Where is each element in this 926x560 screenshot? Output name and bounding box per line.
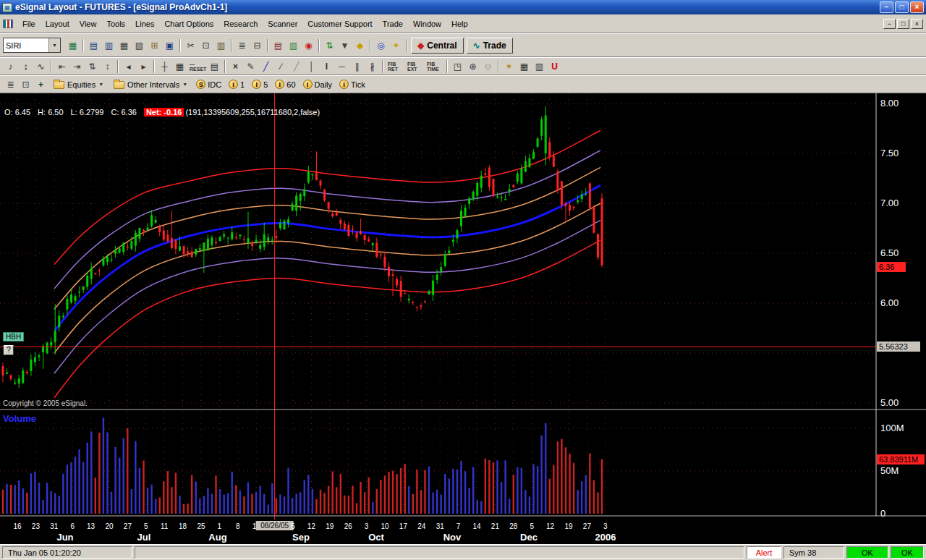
interval-5-button[interactable]: I5 [252, 80, 268, 89]
notes-button[interactable]: ▥ [532, 59, 547, 74]
new-chart-button[interactable]: ▤ [86, 38, 101, 53]
vertical-line-tool-icon: │ [309, 62, 315, 71]
menu-item-research[interactable]: Research [218, 17, 263, 31]
pencil-tool-button[interactable]: ✎ [243, 59, 258, 74]
status-sym-count: Sym 38 [783, 546, 844, 559]
print-page-button[interactable]: ≣ [3, 77, 18, 92]
menu-item-window[interactable]: Window [408, 17, 446, 31]
svg-text:27: 27 [124, 522, 132, 530]
copy-button[interactable]: ⊡ [198, 38, 213, 53]
parallel-line-tool-button[interactable]: ∥ [349, 59, 365, 74]
source-idc-button[interactable]: SIDC [196, 80, 221, 89]
add-page-button[interactable]: + [33, 77, 48, 92]
menu-item-tools[interactable]: Tools [101, 17, 130, 31]
app-icon: ▦ [2, 3, 12, 12]
equities-dropdown[interactable]: Equities▼ [54, 80, 103, 89]
grid-toggle-button[interactable]: ▦ [172, 59, 187, 74]
new-quote-button[interactable]: ▥ [101, 38, 116, 53]
freehand-tool-button[interactable]: ∿ [33, 59, 48, 74]
alert-list-button[interactable]: ◉ [301, 38, 316, 53]
extended-line-tool-button[interactable]: ∕ [273, 59, 289, 74]
zoom-in-button[interactable]: ⊕ [465, 59, 480, 74]
tile-pages-button[interactable]: ▦ [517, 59, 532, 74]
audible-alert-button[interactable]: ♪ [3, 59, 18, 74]
copy-page-button[interactable]: ⊡ [18, 77, 33, 92]
bar-spacing-inc-button[interactable]: ⇥ [69, 59, 85, 74]
print-preview-button[interactable]: ⊟ [250, 38, 265, 53]
symbol-search-button[interactable]: ◎ [373, 38, 388, 53]
ray-line-tool-button[interactable]: ╱ [289, 59, 304, 74]
delete-draw-button[interactable]: × [228, 59, 243, 74]
menu-item-layout[interactable]: Layout [41, 17, 75, 31]
regression-line-tool-button[interactable]: ∦ [365, 59, 380, 74]
symbol-input[interactable] [4, 38, 48, 52]
status-bar: Thu Jan 05 01:20:20 Alert Sym 38 OK OK [0, 544, 926, 560]
u-button[interactable]: U [547, 59, 562, 74]
apply-symbol-button[interactable]: ▦ [65, 38, 80, 53]
cut-button[interactable]: ✂ [183, 38, 198, 53]
save-layout-button[interactable]: ▣ [162, 38, 177, 53]
bar-spacing-dec-button[interactable]: ⇤ [54, 59, 69, 74]
mdi-restore-button[interactable]: □ [897, 19, 909, 29]
trade-button[interactable]: ∿Trade [467, 38, 513, 54]
price-chart-canvas[interactable]: 8.007.507.006.506.005.00100M50M016233161… [0, 93, 926, 544]
news-button[interactable]: ▥ [286, 38, 301, 53]
status-alert-button[interactable]: Alert [747, 546, 781, 559]
vertical-line-tool-button[interactable]: │ [304, 59, 319, 74]
interval-daily-button[interactable]: IDaily [303, 80, 332, 89]
svg-text:26: 26 [344, 522, 353, 530]
help-button[interactable]: ? [4, 345, 14, 355]
fib-extension-button[interactable]: FIBEXT [405, 59, 425, 74]
link-windows-button[interactable]: ◳ [450, 59, 465, 74]
open-layout-button[interactable]: ⊞ [147, 38, 162, 53]
compress-bars-button[interactable]: ⇅ [85, 59, 100, 74]
chart-region[interactable]: 8.007.507.006.506.005.00100M50M016233161… [0, 93, 926, 544]
page-back-button[interactable]: ◂ [121, 59, 136, 74]
notify-bell-button[interactable]: ◆ [352, 38, 368, 53]
fib-retracement-button[interactable]: FIBRET [386, 59, 405, 74]
interval-tick-button[interactable]: ITick [339, 80, 365, 89]
menu-item-lines[interactable]: Lines [130, 17, 159, 31]
page-setup-button[interactable]: ▤ [207, 59, 222, 74]
toolbar-separator [446, 60, 448, 73]
close-button[interactable]: × [910, 1, 924, 13]
menu-item-scanner[interactable]: Scanner [263, 17, 302, 31]
mdi-close-button[interactable]: × [911, 19, 923, 29]
new-optionchain-button[interactable]: ▦ [116, 38, 132, 53]
fib-time-button[interactable]: FIBTIME [425, 59, 444, 74]
menu-item-trade[interactable]: Trade [378, 17, 408, 31]
paste-button[interactable]: ▥ [213, 38, 229, 53]
maximize-button[interactable]: □ [895, 1, 909, 13]
window-title: eSignal Layout - FUTURES - [eSignal ProA… [15, 2, 878, 12]
trendline-tool-button[interactable]: ╱ [258, 59, 273, 74]
zoom-out-button[interactable]: ⊖ [480, 59, 496, 74]
menu-item-file[interactable]: File [17, 17, 41, 31]
security-key-button[interactable]: ✶ [501, 59, 517, 74]
central-button[interactable]: ◆Central [411, 38, 464, 54]
menu-item-view[interactable]: View [75, 17, 102, 31]
print-button[interactable]: ≣ [234, 38, 250, 53]
cursor-tool-button[interactable]: ↨ [18, 59, 33, 74]
sort-button[interactable]: ▼ [337, 38, 352, 53]
interval-1-button[interactable]: I1 [229, 80, 245, 89]
menu-item-chart-options[interactable]: Chart Options [159, 17, 218, 31]
page-forward-button[interactable]: ▸ [136, 59, 151, 74]
new-marketdepth-button[interactable]: ▧ [132, 38, 147, 53]
symbol-combobox[interactable]: ▼ [3, 38, 61, 53]
symbol-dropdown-arrow-icon[interactable]: ▼ [48, 38, 60, 52]
hot-function-button[interactable]: ✦ [388, 38, 404, 53]
crosshair-button[interactable]: ┼ [157, 59, 172, 74]
menu-item-help[interactable]: Help [446, 17, 473, 31]
other-intervals-dropdown[interactable]: Other Intervals▼ [114, 80, 187, 89]
horizontal-line-tool-button[interactable]: ─ [334, 59, 349, 74]
minimize-button[interactable]: − [880, 1, 893, 13]
expand-bars-button[interactable]: ↕ [100, 59, 115, 74]
advance-decline-button[interactable]: ⇅ [322, 38, 337, 53]
reset-chart-button[interactable]: —RESET [187, 59, 207, 74]
svg-text:11: 11 [161, 522, 169, 530]
interval-60-button[interactable]: I60 [275, 80, 295, 89]
mdi-minimize-button[interactable]: − [883, 19, 896, 29]
menu-item-customer-support[interactable]: Customer Support [302, 17, 377, 31]
text-tool-button[interactable]: I [319, 59, 334, 74]
time-sales-button[interactable]: ▤ [271, 38, 286, 53]
